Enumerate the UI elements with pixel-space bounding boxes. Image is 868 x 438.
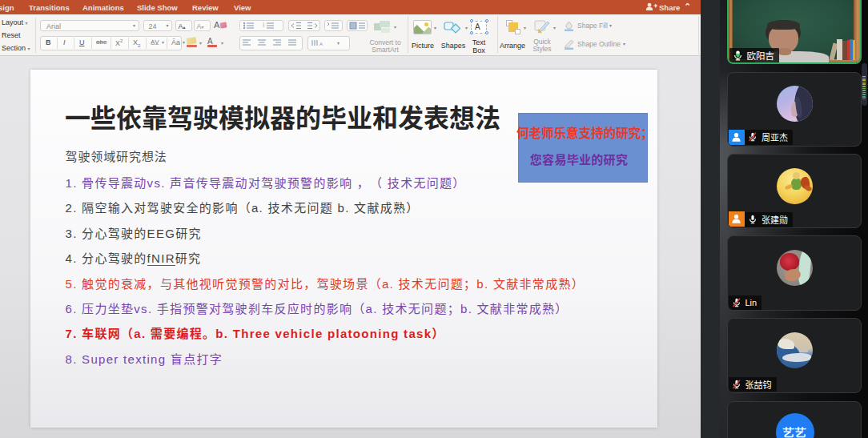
svg-text:2: 2 — [263, 24, 265, 28]
svg-text:A: A — [319, 42, 323, 46]
